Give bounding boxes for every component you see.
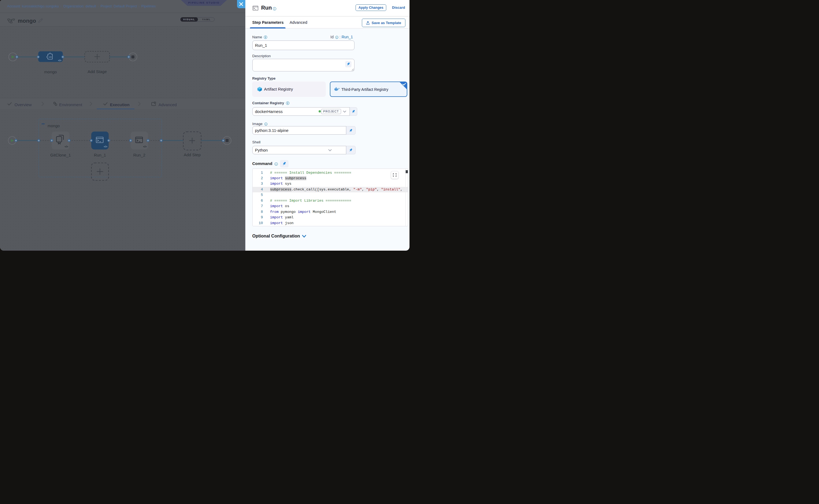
svg-text:Run_2: Run_2 [133,153,145,157]
svg-text:mongo: mongo [44,69,57,74]
svg-text:</>: </> [104,145,107,148]
svg-text:</>: </> [58,59,61,62]
svg-text:Run_1: Run_1 [94,153,106,157]
svg-text:GitClone_1: GitClone_1 [50,153,71,157]
svg-text:</>: </> [143,145,147,148]
svg-text:</>: </> [65,145,68,148]
svg-text:mongo: mongo [48,124,60,128]
svg-text:Add Stage: Add Stage [88,69,107,74]
svg-text:</>: </> [49,56,52,58]
svg-text:Add Step: Add Step [184,152,201,157]
